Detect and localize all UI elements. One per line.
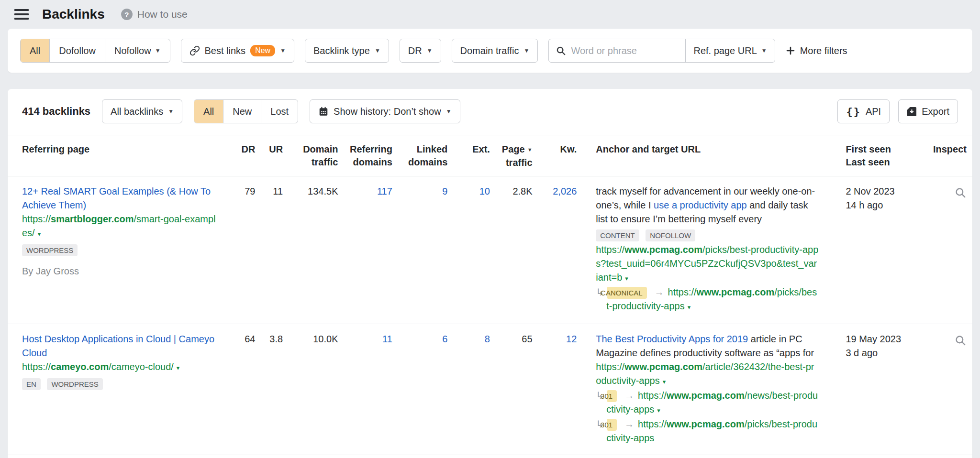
backlinks-panel: 414 backlinks All backlinks▼ All New Los… xyxy=(8,89,972,458)
export-button[interactable]: Export xyxy=(898,99,958,123)
filter-bar: All Dofollow Nofollow▼ Best links New ▼ … xyxy=(8,29,972,73)
url-options-caret-icon[interactable]: ▾ xyxy=(688,304,691,311)
filter-nofollow-tab[interactable]: Nofollow▼ xyxy=(105,39,170,62)
referring-page-title-link[interactable]: Host Desktop Applications in Cloud | Cam… xyxy=(22,334,214,358)
chevron-down-icon: ▼ xyxy=(427,48,433,54)
ext-cell: 8 xyxy=(447,324,490,455)
more-filters-button[interactable]: More filters xyxy=(786,45,847,56)
state-lost-tab[interactable]: Lost xyxy=(261,100,298,123)
col-ur[interactable]: UR xyxy=(255,135,283,176)
page-traffic-cell: 2.8K xyxy=(490,176,533,324)
referring-url-link[interactable]: https://smartblogger.com/smart-goal-exam… xyxy=(22,214,216,238)
referring-page-title-link[interactable]: 12+ Real SMART Goal Examples (& How To A… xyxy=(22,186,211,210)
backlink-row: Host Desktop Applications in Cloud | Cam… xyxy=(8,324,972,455)
linked-domains-cell: 6 xyxy=(392,324,447,455)
kw-cell: 2,026 xyxy=(533,176,577,324)
target-url: https://www.pcmag.com/picks/best-product… xyxy=(596,243,819,285)
backlink-type-dropdown[interactable]: Backlink type▼ xyxy=(305,39,389,63)
anchor-inline-link[interactable]: The Best Productivity Apps for 2019 xyxy=(596,334,748,344)
domain-traffic-dropdown[interactable]: Domain traffic▼ xyxy=(452,39,538,63)
first-seen: 19 May 2023 xyxy=(846,332,913,346)
api-button[interactable]: {} API xyxy=(837,99,890,123)
all-backlinks-dropdown[interactable]: All backlinks▼ xyxy=(102,99,182,123)
code-braces-icon: {} xyxy=(846,106,861,118)
linked-domains-link[interactable]: 6 xyxy=(442,334,447,344)
referring-page-url: https://smartblogger.com/smart-goal-exam… xyxy=(22,212,216,241)
target-url-link[interactable]: https://www.pcmag.com/article/362432/the… xyxy=(596,361,814,386)
col-referring-domains[interactable]: Referring domains xyxy=(338,135,392,176)
inspect-button[interactable] xyxy=(954,334,967,348)
ext-cell: 10 xyxy=(447,176,490,324)
url-options-caret-icon[interactable]: ▾ xyxy=(663,378,666,385)
redirect-line: ↳301→https://www.pcmag.com/picks/best-pr… xyxy=(596,417,819,445)
col-inspect: Inspect xyxy=(913,135,972,176)
link-type-badge: CONTENT xyxy=(596,229,639,241)
hamburger-menu-icon[interactable] xyxy=(14,9,29,20)
ext-link[interactable]: 10 xyxy=(479,186,490,196)
chevron-down-icon: ▼ xyxy=(524,48,530,54)
referring-domains-link[interactable]: 117 xyxy=(377,186,392,196)
url-options-caret-icon[interactable]: ▾ xyxy=(657,407,660,414)
col-referring-page[interactable]: Referring page xyxy=(8,135,224,176)
ref-page-url-dropdown[interactable]: Ref. page URL▼ xyxy=(685,39,774,62)
referring-domains-cell: 117 xyxy=(338,176,392,324)
how-to-use-link[interactable]: ? How to use xyxy=(121,9,188,20)
platform-badge: WORDPRESS xyxy=(47,378,102,390)
anchor-text: The Best Productivity Apps for 2019 arti… xyxy=(596,332,819,360)
best-links-button[interactable]: Best links New ▼ xyxy=(181,39,295,63)
col-kw[interactable]: Kw. xyxy=(533,135,577,176)
dr-cell: 64 xyxy=(224,324,255,455)
redirect-line: ↳CANONICAL→https://www.pcmag.com/picks/b… xyxy=(596,285,819,314)
search-group: Ref. page URL▼ xyxy=(548,39,775,63)
col-page-traffic[interactable]: Page▼traffic xyxy=(490,135,533,176)
filter-all-tab[interactable]: All xyxy=(21,39,49,62)
referring-url-link[interactable]: https://cameyo.com/cameyo-cloud/ xyxy=(22,361,174,372)
url-options-caret-icon[interactable]: ▾ xyxy=(177,364,180,371)
col-first-last-seen[interactable]: First seen Last seen xyxy=(836,135,913,176)
state-new-tab[interactable]: New xyxy=(223,100,261,123)
kw-link[interactable]: 12 xyxy=(566,334,577,344)
col-linked-domains[interactable]: Linked domains xyxy=(392,135,447,176)
linked-domains-cell: 9 xyxy=(392,176,447,324)
platform-badge: WORDPRESS xyxy=(22,244,78,256)
url-options-caret-icon[interactable]: ▾ xyxy=(38,230,41,238)
follow-filter-group: All Dofollow Nofollow▼ xyxy=(20,39,170,63)
kw-link[interactable]: 2,026 xyxy=(553,186,577,196)
redirect-line: ↳301→https://www.pcmag.com/news/best-pro… xyxy=(596,389,819,417)
show-history-dropdown[interactable]: Show history: Don’t show ▼ xyxy=(310,99,460,123)
col-anchor-target[interactable]: Anchor and target URL xyxy=(577,135,836,176)
col-ext[interactable]: Ext. xyxy=(447,135,490,176)
help-label: How to use xyxy=(137,9,188,20)
link-icon xyxy=(189,45,200,56)
filter-dofollow-tab[interactable]: Dofollow xyxy=(49,39,105,62)
anchor-text: track myself for advancement in our week… xyxy=(596,185,819,226)
linked-domains-link[interactable]: 9 xyxy=(442,186,447,196)
arrow-right-icon: → xyxy=(624,419,634,429)
anchor-inline-link[interactable]: use a productivity app xyxy=(654,200,747,210)
referring-domains-link[interactable]: 11 xyxy=(382,334,392,344)
referring-page-url: https://cameyo.com/cameyo-cloud/▾ xyxy=(22,360,216,375)
state-filter-group: All New Lost xyxy=(194,99,298,123)
referring-domains-cell: 11 xyxy=(338,324,392,455)
state-all-tab[interactable]: All xyxy=(194,100,223,123)
chevron-down-icon: ▼ xyxy=(761,48,767,54)
col-dr[interactable]: DR xyxy=(224,135,255,176)
inspect-button[interactable] xyxy=(954,186,967,200)
url-options-caret-icon[interactable]: ▾ xyxy=(625,275,628,282)
search-input[interactable] xyxy=(571,45,671,56)
dr-dropdown[interactable]: DR▼ xyxy=(400,39,441,63)
redirect-url-link[interactable]: https://www.pcmag.com/news/best-producti… xyxy=(606,390,818,414)
col-domain-traffic[interactable]: Domain traffic xyxy=(283,135,338,176)
seen-cell: 19 May 2023 3 d ago xyxy=(836,324,913,455)
redirect-url-link[interactable]: https://www.pcmag.com/picks/best-product… xyxy=(606,419,817,443)
backlinks-table: Referring page DR UR Domain traffic Refe… xyxy=(8,135,972,455)
magnifier-icon xyxy=(954,334,967,347)
ur-cell: 3.8 xyxy=(255,324,283,455)
ext-link[interactable]: 8 xyxy=(485,334,490,344)
chevron-down-icon: ▼ xyxy=(168,109,174,114)
rel-badge: NOFOLLOW xyxy=(646,229,695,241)
last-seen: 14 h ago xyxy=(846,198,913,212)
target-url-link[interactable]: https://www.pcmag.com/picks/best-product… xyxy=(596,244,818,283)
seen-cell: 2 Nov 2023 14 h ago xyxy=(836,176,913,324)
chevron-down-icon: ▼ xyxy=(280,48,286,54)
